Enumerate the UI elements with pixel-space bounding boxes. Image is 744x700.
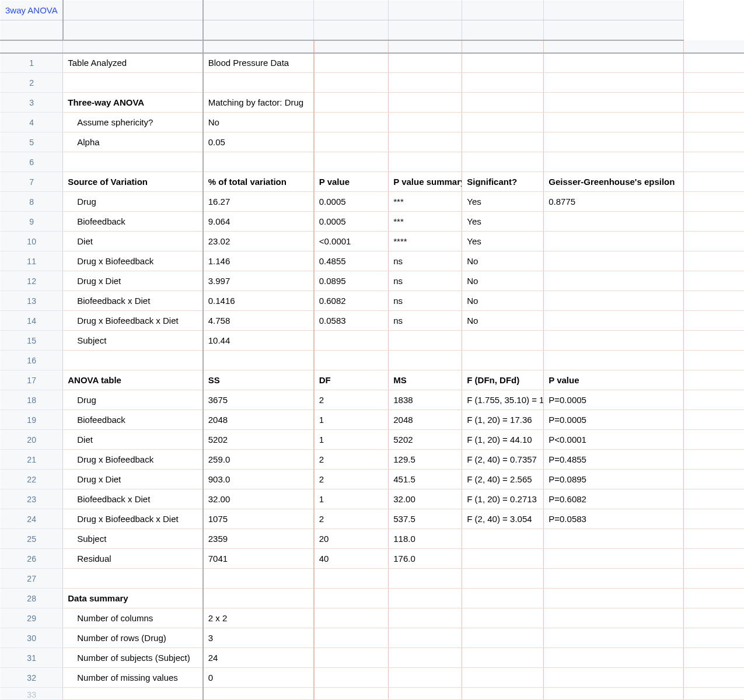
cell-a[interactable]: Drug bbox=[63, 390, 203, 410]
row-number[interactable]: 9 bbox=[1, 212, 63, 232]
row-number[interactable]: 20 bbox=[1, 430, 63, 450]
cell-g[interactable] bbox=[684, 450, 744, 470]
cell-c[interactable] bbox=[314, 132, 389, 152]
cell-f[interactable]: P=0.0005 bbox=[544, 410, 684, 430]
cell-g[interactable] bbox=[684, 529, 744, 549]
row-number[interactable]: 1 bbox=[1, 53, 63, 73]
cell-a[interactable]: Biofeedback bbox=[63, 212, 203, 232]
cell-c[interactable]: 0.0005 bbox=[314, 212, 389, 232]
cell-d[interactable] bbox=[389, 648, 462, 668]
cell-d[interactable] bbox=[389, 569, 462, 589]
cell-d[interactable] bbox=[389, 688, 462, 700]
cell-d[interactable]: 5202 bbox=[389, 430, 462, 450]
cell-e[interactable] bbox=[462, 589, 544, 608]
cell-b[interactable] bbox=[203, 73, 314, 93]
cell-e[interactable]: F (1.755, 35.10) = 1 bbox=[462, 390, 544, 410]
cell-f[interactable] bbox=[544, 668, 684, 688]
cell-d[interactable] bbox=[389, 331, 462, 351]
cell-d[interactable] bbox=[389, 628, 462, 648]
cell-d[interactable] bbox=[389, 589, 462, 608]
cell-b[interactable] bbox=[203, 351, 314, 370]
cell-a[interactable] bbox=[63, 152, 203, 172]
cell-c[interactable]: 2 bbox=[314, 450, 389, 470]
cell-a[interactable]: Number of columns bbox=[63, 608, 203, 628]
cell-d[interactable]: 537.5 bbox=[389, 509, 462, 529]
col-header-d[interactable] bbox=[314, 1, 389, 20]
cell-c[interactable] bbox=[314, 608, 389, 628]
row-number[interactable]: 31 bbox=[1, 648, 63, 668]
cell-e[interactable]: F (2, 40) = 2.565 bbox=[462, 470, 544, 489]
cell-g[interactable] bbox=[684, 152, 744, 172]
cell-e[interactable]: F (1, 20) = 0.2713 bbox=[462, 489, 544, 509]
cell-f[interactable] bbox=[544, 549, 684, 569]
cell-c[interactable]: 2 bbox=[314, 509, 389, 529]
cell-g[interactable] bbox=[684, 370, 744, 390]
cell-g[interactable] bbox=[684, 410, 744, 430]
cell-c[interactable]: DF bbox=[314, 370, 389, 390]
cell-e[interactable] bbox=[462, 73, 544, 93]
cell-c[interactable] bbox=[314, 569, 389, 589]
cell-g[interactable] bbox=[684, 331, 744, 351]
cell-g[interactable] bbox=[684, 291, 744, 311]
cell-d[interactable] bbox=[389, 73, 462, 93]
row-number[interactable]: 6 bbox=[1, 152, 63, 172]
row-number[interactable]: 30 bbox=[1, 628, 63, 648]
cell-a[interactable]: Drug x Biofeedback bbox=[63, 450, 203, 470]
cell-a[interactable] bbox=[63, 351, 203, 370]
col-header-c[interactable] bbox=[203, 1, 314, 20]
cell-f[interactable] bbox=[544, 251, 684, 271]
col-sub-e[interactable] bbox=[389, 20, 462, 40]
cell-e[interactable] bbox=[462, 648, 544, 668]
cell-a[interactable]: Number of missing values bbox=[63, 668, 203, 688]
cell-e[interactable]: No bbox=[462, 251, 544, 271]
cell-e[interactable]: Yes bbox=[462, 212, 544, 232]
cell-g[interactable] bbox=[684, 608, 744, 628]
cell-b[interactable] bbox=[203, 688, 314, 700]
row-number[interactable]: 4 bbox=[1, 113, 63, 132]
cell-e[interactable]: F (2, 40) = 0.7357 bbox=[462, 450, 544, 470]
cell-f[interactable]: P=0.0005 bbox=[544, 390, 684, 410]
cell-e[interactable]: Significant? bbox=[462, 172, 544, 192]
row-number[interactable]: 22 bbox=[1, 470, 63, 489]
cell-c[interactable] bbox=[314, 688, 389, 700]
cell-c[interactable] bbox=[314, 93, 389, 113]
cell-b[interactable] bbox=[203, 152, 314, 172]
cell-e[interactable] bbox=[462, 569, 544, 589]
row-number[interactable]: 7 bbox=[1, 172, 63, 192]
cell-c[interactable]: 0.6082 bbox=[314, 291, 389, 311]
cell-g[interactable] bbox=[684, 648, 744, 668]
cell-a[interactable]: Biofeedback bbox=[63, 410, 203, 430]
cell-f[interactable]: Geisser-Greenhouse's epsilon bbox=[544, 172, 684, 192]
cell-c[interactable] bbox=[314, 113, 389, 132]
cell-a[interactable] bbox=[63, 73, 203, 93]
cell-a[interactable]: Drug x Diet bbox=[63, 470, 203, 489]
cell-f[interactable] bbox=[544, 212, 684, 232]
cell-d[interactable]: MS bbox=[389, 370, 462, 390]
cell-c[interactable] bbox=[314, 628, 389, 648]
cell-a[interactable]: Subject bbox=[63, 331, 203, 351]
cell-d[interactable] bbox=[389, 113, 462, 132]
cell-c[interactable]: 2 bbox=[314, 390, 389, 410]
cell-a[interactable]: Biofeedback x Diet bbox=[63, 489, 203, 509]
cell-c[interactable]: 2 bbox=[314, 470, 389, 489]
cell-f[interactable] bbox=[544, 351, 684, 370]
cell-a[interactable]: Drug x Biofeedback bbox=[63, 251, 203, 271]
cell-f[interactable] bbox=[544, 93, 684, 113]
cell-d[interactable]: ns bbox=[389, 251, 462, 271]
cell-b[interactable]: 3675 bbox=[203, 390, 314, 410]
cell-d[interactable]: 1838 bbox=[389, 390, 462, 410]
cell-e[interactable] bbox=[462, 529, 544, 549]
cell-b[interactable]: Matching by factor: Drug bbox=[203, 93, 314, 113]
cell-d[interactable] bbox=[389, 668, 462, 688]
cell-g[interactable] bbox=[684, 569, 744, 589]
cell-e[interactable] bbox=[462, 668, 544, 688]
cell-c[interactable]: 1 bbox=[314, 430, 389, 450]
row-number[interactable]: 18 bbox=[1, 390, 63, 410]
cell-d[interactable]: 2048 bbox=[389, 410, 462, 430]
cell-e[interactable]: Yes bbox=[462, 192, 544, 212]
cell-g[interactable] bbox=[684, 549, 744, 569]
row-number[interactable]: 12 bbox=[1, 271, 63, 291]
cell-f[interactable] bbox=[544, 53, 684, 73]
cell-g[interactable] bbox=[684, 172, 744, 192]
cell-d[interactable]: *** bbox=[389, 192, 462, 212]
